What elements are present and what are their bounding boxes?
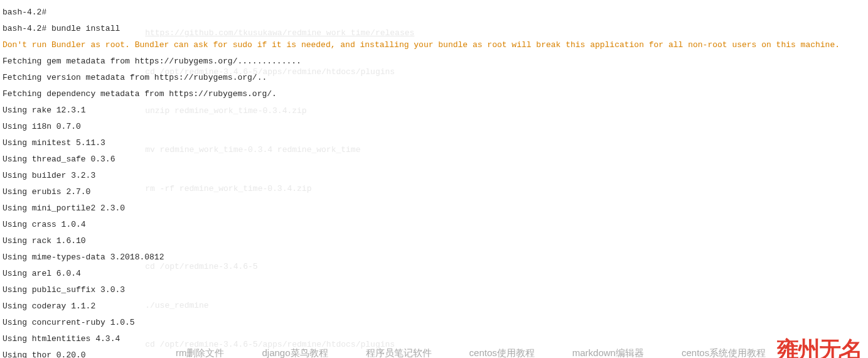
- terminal-line: Using arel 6.0.4: [3, 269, 840, 278]
- terminal-line: Using erubis 2.7.0: [3, 188, 840, 196]
- terminal-line: Fetching dependency metadata from https:…: [3, 90, 840, 98]
- terminal-line: Fetching gem metadata from https://rubyg…: [3, 57, 840, 65]
- terminal-line: Using rake 12.3.1: [3, 106, 840, 114]
- watermark: 雍州无名: [776, 346, 862, 354]
- bundler-warning: Don't run Bundler as root. Bundler can a…: [3, 41, 840, 49]
- terminal-line: Using concurrent-ruby 1.0.5: [3, 318, 840, 327]
- terminal-line: Using coderay 1.1.2: [3, 302, 840, 310]
- terminal-line: bash-4.2# bundle install: [3, 24, 840, 33]
- terminal-line: bash-4.2#: [3, 8, 840, 16]
- terminal-line: Using crass 1.0.4: [3, 220, 840, 229]
- terminal-line: Using builder 3.2.3: [3, 171, 840, 180]
- terminal-line: Fetching version metadata from https://r…: [3, 73, 840, 82]
- terminal-line: Using mini_portile2 2.3.0: [3, 204, 840, 212]
- terminal-line: Using thor 0.20.0: [3, 351, 840, 358]
- terminal-line: Using rack 1.6.10: [3, 237, 840, 245]
- terminal-line: Using htmlentities 4.3.4: [3, 335, 840, 343]
- terminal-line: Using i18n 0.7.0: [3, 122, 840, 131]
- terminal-line: Using minitest 5.11.3: [3, 139, 840, 147]
- terminal-line: Using public_suffix 3.0.3: [3, 286, 840, 294]
- terminal-line: Using mime-types-data 3.2018.0812: [3, 253, 840, 261]
- terminal-line: Using thread_safe 0.3.6: [3, 155, 840, 163]
- terminal-output: bash-4.2# bash-4.2# bundle install Don't…: [3, 0, 840, 358]
